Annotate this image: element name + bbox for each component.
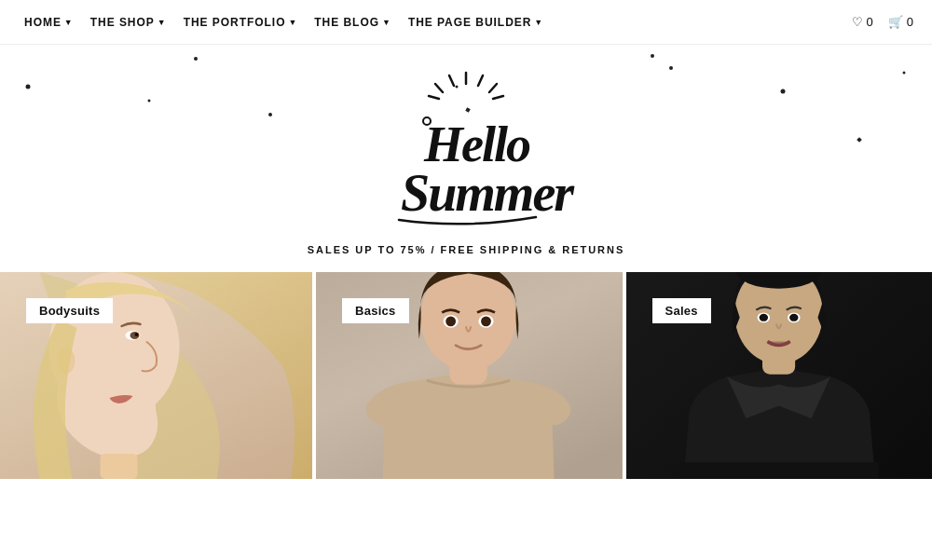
svg-line-19: [489, 84, 497, 92]
svg-point-41: [481, 316, 491, 326]
svg-line-20: [449, 75, 454, 86]
svg-point-32: [135, 333, 139, 336]
wishlist-button[interactable]: ♡ 0: [852, 15, 873, 29]
svg-point-50: [789, 314, 798, 321]
svg-point-39: [445, 316, 456, 326]
svg-point-3: [148, 100, 151, 102]
hero-logo: Hello Summer: [345, 63, 587, 240]
svg-point-0: [26, 85, 31, 89]
main-nav: HOME ▼ THE SHOP ▼ THE PORTFOLIO ▼ THE BL…: [0, 0, 932, 45]
nav-blog-chevron: ▼: [382, 18, 391, 27]
bodysuits-label: Bodysuits: [26, 298, 113, 323]
nav-actions: ♡ 0 🛒 0: [852, 15, 913, 29]
svg-point-2: [268, 113, 272, 116]
nav-portfolio-chevron: ▼: [288, 18, 297, 27]
cart-button[interactable]: 🛒 0: [888, 15, 913, 29]
hero-section: Hello Summer SALES UP TO 75% / FREE SHIP…: [0, 45, 932, 265]
product-card-basics[interactable]: Basics: [312, 272, 622, 479]
nav-home-chevron: ▼: [64, 18, 74, 27]
nav-links: HOME ▼ THE SHOP ▼ THE PORTFOLIO ▼ THE BL…: [19, 12, 549, 33]
hero-subtitle: SALES UP TO 75% / FREE SHIPPING & RETURN…: [308, 244, 625, 255]
nav-shop-chevron: ▼: [158, 18, 167, 27]
wishlist-count: 0: [867, 15, 873, 29]
nav-home-label: HOME: [24, 16, 62, 29]
heart-icon: ♡: [852, 15, 863, 29]
product-card-bodysuits[interactable]: Bodysuits: [0, 272, 312, 479]
nav-page-builder-chevron: ▼: [534, 18, 543, 27]
nav-page-builder[interactable]: THE PAGE BUILDER ▼: [403, 12, 549, 33]
nav-home[interactable]: HOME ▼: [19, 12, 79, 33]
svg-point-1: [194, 57, 198, 61]
product-card-sales[interactable]: Sales: [623, 272, 932, 479]
svg-line-18: [478, 75, 483, 86]
svg-rect-12: [857, 137, 862, 143]
nav-shop[interactable]: THE SHOP ▼: [85, 12, 172, 33]
nav-portfolio-label: THE PORTFOLIO: [184, 16, 286, 29]
nav-shop-label: THE SHOP: [90, 16, 155, 29]
product-grid: Bodysuits: [0, 272, 932, 479]
nav-page-builder-label: THE PAGE BUILDER: [408, 16, 531, 29]
svg-line-21: [435, 84, 443, 92]
svg-point-48: [759, 314, 767, 321]
svg-line-23: [429, 96, 439, 99]
sales-label: Sales: [652, 298, 711, 323]
svg-point-9: [651, 54, 654, 58]
nav-blog[interactable]: THE BLOG ▼: [308, 12, 397, 33]
nav-portfolio[interactable]: THE PORTFOLIO ▼: [178, 12, 304, 33]
svg-line-22: [493, 96, 503, 99]
svg-point-4: [669, 66, 673, 70]
svg-point-6: [903, 72, 906, 75]
svg-rect-29: [101, 454, 138, 479]
svg-rect-43: [680, 462, 878, 479]
svg-text:Summer: Summer: [401, 164, 575, 222]
cart-count: 0: [907, 15, 913, 29]
basics-label: Basics: [342, 298, 408, 323]
nav-blog-label: THE BLOG: [314, 16, 379, 29]
svg-point-5: [781, 89, 786, 94]
cart-icon: 🛒: [888, 15, 903, 29]
